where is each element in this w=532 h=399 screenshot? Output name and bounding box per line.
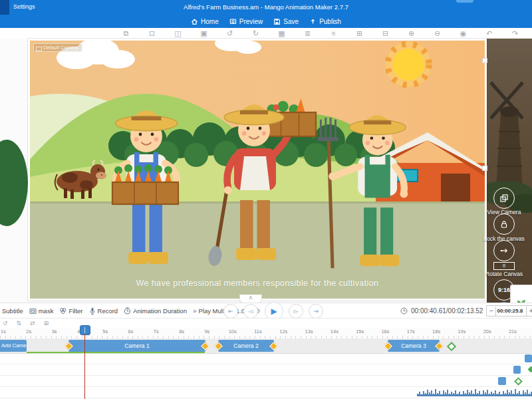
workspace: Default Camera We have professional memb… <box>0 39 532 303</box>
microphone-icon <box>89 307 96 315</box>
view-camera-icon <box>499 194 509 203</box>
main-menubar: Home Preview Save Publish <box>0 15 532 28</box>
lock-canvas-button[interactable] <box>493 213 515 235</box>
subtitle-button[interactable]: Subtitle <box>2 307 23 315</box>
duration-plus-button[interactable]: + <box>527 307 532 316</box>
audio-track-row[interactable] <box>0 387 532 398</box>
filter-button[interactable]: Filter <box>59 307 82 315</box>
lock-icon <box>499 219 509 229</box>
layers-icon[interactable]: ≣ <box>295 29 321 39</box>
rotate-canvas-label: Rotate Canvas <box>473 271 532 277</box>
filter-icon <box>59 307 66 315</box>
ruler-tick: 12s <box>279 329 287 334</box>
audio-waveform[interactable] <box>417 388 532 396</box>
skip-to-start-button[interactable]: ⇤ <box>223 304 238 319</box>
home-icon <box>191 18 198 25</box>
rotate-canvas-button[interactable] <box>493 240 515 261</box>
play-multiple-button[interactable]: » Play Multiple 1.00 <box>193 307 249 315</box>
animation-duration-button[interactable]: Animation Duration <box>124 307 187 315</box>
ruler-tick: 3s <box>52 329 57 334</box>
paste-icon[interactable]: ◫ <box>165 29 191 39</box>
rotate-value-field[interactable]: 0 <box>493 262 515 270</box>
align-left-icon[interactable]: ≡ <box>321 29 346 39</box>
home-button[interactable]: Home <box>191 18 219 25</box>
timeline-panel: ↺⇅⇄⊞ 1s2s3s4s5s6s7s8s9s10s11s12s13s14s15… <box>0 318 532 399</box>
preview-button[interactable]: Preview <box>229 18 263 25</box>
duration-minus-button[interactable]: − <box>487 307 495 316</box>
playhead-line <box>84 334 85 399</box>
next-frame-button[interactable]: ▻ <box>289 304 303 319</box>
ruler-tick: 11s <box>254 329 262 334</box>
zoom-in-icon[interactable]: ⊕ <box>398 29 424 39</box>
previous-frame-button[interactable]: ◅ <box>243 304 258 319</box>
rotate-right-icon[interactable]: ↻ <box>243 29 269 39</box>
zoom-out-icon[interactable]: ⊖ <box>424 29 450 39</box>
keyframe-diamond-green[interactable] <box>528 366 532 373</box>
track-row[interactable] <box>0 376 532 387</box>
image-icon[interactable]: ▦ <box>269 29 295 39</box>
add-keyframe-diamond[interactable] <box>514 377 523 386</box>
default-camera-chip: Default Camera <box>33 43 82 52</box>
duplicate-icon[interactable]: ⧉ <box>113 29 139 39</box>
window-title: Alfred's Farm Business.am - Mango Animat… <box>0 3 532 11</box>
ruler-tick: 16s <box>381 329 389 334</box>
clip-block[interactable] <box>498 377 506 385</box>
ruler-tick: 9s <box>204 329 209 334</box>
current-total-time: 00:00:40.61/00:02:13.52 <box>411 307 483 315</box>
add-keyframe-diamond[interactable] <box>447 342 456 351</box>
rotate-left-icon[interactable]: ↺ <box>217 29 243 39</box>
duration-value[interactable]: 00:00:25.8 <box>495 307 527 316</box>
skip-to-end-button[interactable]: ⇥ <box>309 304 323 319</box>
ruler-tick: 2s <box>26 329 31 334</box>
mask-icon <box>29 308 37 315</box>
add-camera-button[interactable]: Add Camera <box>0 340 27 352</box>
camera-segment-3[interactable]: Camera 3 <box>388 340 440 352</box>
sun[interactable] <box>386 42 431 87</box>
preview-icon <box>229 18 237 25</box>
subtitle-text: We have professional members responsible… <box>30 279 485 288</box>
timeline-tracks <box>0 353 532 397</box>
fast-forward-icon: » <box>193 308 197 315</box>
app-window: Settings Alfred's Farm Business.am - Man… <box>0 0 532 399</box>
lock-icon[interactable]: ◉ <box>450 29 476 39</box>
titlebar-tab <box>456 0 473 3</box>
duration-clock-icon <box>124 307 131 315</box>
track-row[interactable] <box>0 364 532 376</box>
undo-icon[interactable]: ↶ <box>476 29 502 39</box>
timeline-pan-icon[interactable]: ⇄ <box>30 319 35 327</box>
align-grid-icon[interactable]: ⊞ <box>346 29 372 39</box>
camera-segment-1[interactable]: Camera 1 <box>68 340 205 352</box>
group-icon[interactable]: ▣ <box>191 29 217 39</box>
ruler-tick: 20s <box>483 329 491 334</box>
view-camera-button[interactable] <box>493 188 515 209</box>
edit-toolbar: ⧉⊡◫▣↺↻▦≣≡⊞⊟⊕⊖◉↶↷ <box>0 28 532 39</box>
ruler-tick: 13s <box>305 329 313 334</box>
clip-block[interactable] <box>525 354 532 362</box>
camera-track[interactable]: Add Camera Camera 1 Camera 2 Camera 3 <box>0 338 532 354</box>
carrot-crate <box>112 164 178 204</box>
ruler-tick: 21s <box>509 329 517 334</box>
mask-button[interactable]: mask <box>29 307 54 315</box>
publish-button[interactable]: Publish <box>309 18 341 25</box>
redo-icon[interactable]: ↷ <box>502 29 528 39</box>
playhead-handle[interactable] <box>80 325 90 335</box>
save-icon <box>273 18 281 25</box>
resize-handle[interactable] <box>482 58 487 63</box>
clip-block[interactable] <box>513 366 521 374</box>
timeline-zoom-fit-icon[interactable]: ⊞ <box>44 319 49 327</box>
canvas-scene[interactable] <box>30 41 485 299</box>
track-row[interactable] <box>0 353 532 364</box>
save-button[interactable]: Save <box>273 18 299 25</box>
camera-segment-2[interactable]: Camera 2 <box>218 340 274 352</box>
copy-icon[interactable]: ⊡ <box>139 29 165 39</box>
ruler-tick: 15s <box>356 329 364 334</box>
timeline-undo-icon[interactable]: ↺ <box>3 319 8 327</box>
ruler-tick: 6s <box>128 329 134 334</box>
ruler-tick: 14s <box>331 329 338 334</box>
ruler-tick: 5s <box>102 329 108 334</box>
canvas-stage[interactable]: Default Camera We have professional memb… <box>28 39 487 301</box>
resize-handle[interactable] <box>482 166 487 171</box>
timeline-expand-tracks-icon[interactable]: ⇅ <box>17 319 22 327</box>
record-button[interactable]: Record <box>89 307 118 315</box>
distribute-icon[interactable]: ⊟ <box>372 29 398 39</box>
